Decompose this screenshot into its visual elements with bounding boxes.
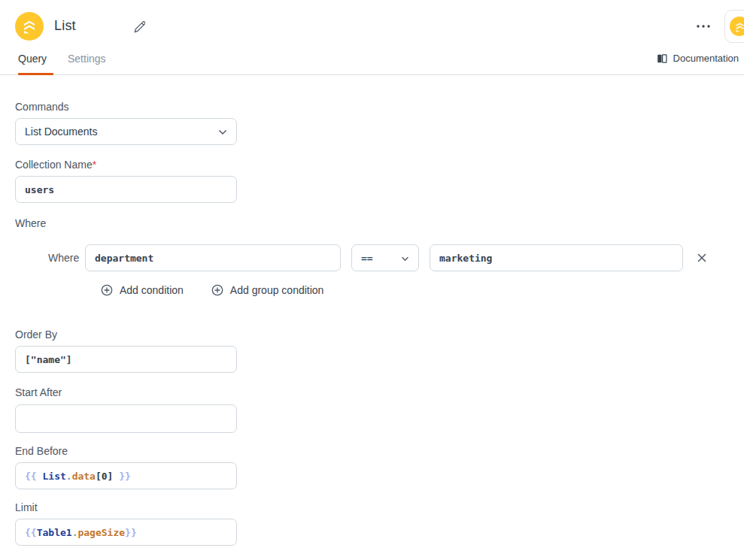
commands-select-value: List Documents [25,126,97,138]
where-operator-value: == [361,253,373,264]
start-after-input[interactable]: {{ List.data[List.data.length - 1] }} [15,404,237,437]
where-value-input[interactable] [430,244,683,271]
active-tab-underline [18,73,53,75]
limit-label: Limit [15,501,38,513]
limit-input[interactable]: {{Table1.pageSize}} [15,519,237,546]
where-section-label: Where [15,217,46,229]
page-title: List [54,18,76,34]
tab-settings[interactable]: Settings [68,42,106,74]
end-before-input[interactable]: {{ List.data[0] }} [15,462,237,489]
plus-circle-icon [211,284,223,296]
order-by-input[interactable] [15,346,237,373]
pencil-icon[interactable] [131,19,146,34]
plus-circle-icon [101,284,113,296]
more-options-icon[interactable] [692,18,715,35]
book-icon [656,53,668,65]
add-condition-label: Add condition [120,284,184,296]
where-field-input[interactable] [85,244,341,271]
tab-query[interactable]: Query [18,42,47,74]
datasource-button[interactable] [724,10,744,43]
add-condition-button[interactable]: Add condition [101,284,184,296]
commands-label: Commands [15,101,69,113]
where-operator-select[interactable]: == [351,244,419,271]
chevron-down-icon [401,251,409,265]
tab-bar: Query Settings Documentation [0,42,744,75]
documentation-link[interactable]: Documentation [656,42,739,74]
commands-select[interactable]: List Documents [15,118,237,145]
collection-name-label: Collection Name* [15,159,96,171]
add-group-condition-label: Add group condition [230,284,324,296]
required-asterisk: * [93,159,96,171]
where-row-label: Where [48,252,79,264]
end-before-label: End Before [15,445,68,457]
chevron-down-icon [218,125,227,138]
query-editor: List Query Settings [0,0,744,560]
order-by-label: Order By [15,328,57,341]
documentation-label: Documentation [673,53,739,64]
where-actions-row: Add condition Add group condition [101,284,323,296]
start-after-label: Start After [15,386,62,398]
firestore-icon [15,12,44,41]
remove-condition-icon[interactable] [693,249,711,267]
collection-name-input[interactable] [15,176,237,203]
firestore-icon [730,17,744,36]
add-group-condition-button[interactable]: Add group condition [211,284,324,296]
